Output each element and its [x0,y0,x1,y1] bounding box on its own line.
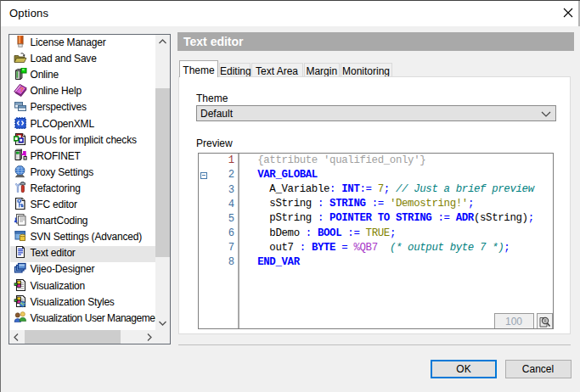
svg-text:?: ? [20,87,24,94]
